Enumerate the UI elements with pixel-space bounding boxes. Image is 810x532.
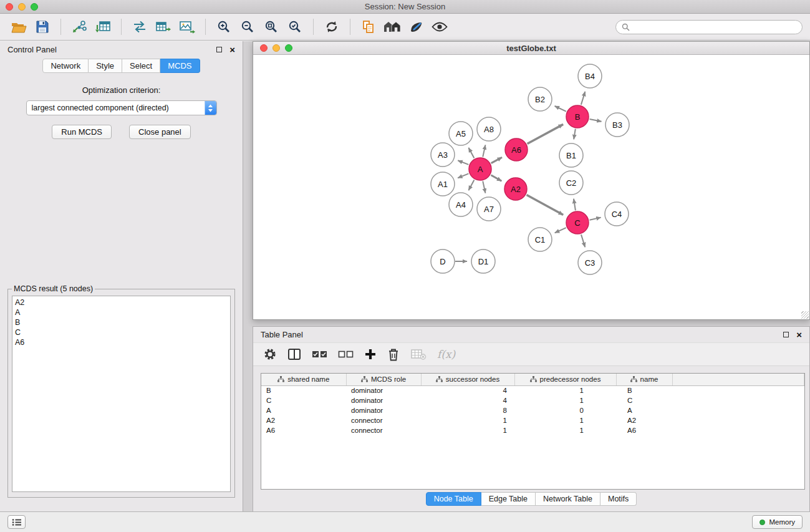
graph-node-D1[interactable]: D1 [471,249,495,273]
zoom-out-button[interactable] [236,16,259,38]
add-row-button[interactable] [364,348,377,360]
graph-node-B3[interactable]: B3 [605,113,629,137]
close-network-window-button[interactable] [260,44,268,52]
fullscreen-window-button[interactable] [31,3,38,11]
zoom-selected-button[interactable] [284,16,306,38]
zoom-network-window-button[interactable] [285,44,292,52]
graph-node-A1[interactable]: A1 [431,172,455,196]
tab-network-table[interactable]: Network Table [536,492,600,506]
graph-edge-A-A2[interactable] [491,175,501,181]
float-table-panel-icon[interactable] [783,332,789,337]
graph-edge-B-B4[interactable] [581,92,585,105]
tab-mcds[interactable]: MCDS [160,59,200,73]
graph-edge-C-C2[interactable] [574,199,576,211]
column-header-shared-name[interactable]: shared name [261,374,346,385]
tab-edge-table[interactable]: Edge Table [481,492,536,506]
graph-edge-A6-B[interactable] [528,124,564,143]
zoom-in-button[interactable] [213,16,235,38]
unselect-all-button[interactable] [338,350,354,359]
show-panels-button[interactable] [7,515,26,529]
graph-node-C4[interactable]: C4 [605,202,629,226]
graph-edge-A-A5[interactable] [468,148,474,158]
graph-edge-B-B2[interactable] [555,106,566,112]
export-network-button[interactable] [128,16,151,38]
result-item-c[interactable]: C [15,327,228,337]
network-graph[interactable]: AA1A2A3A4A5A6A7A8BB1B2B3B4CC1C2C3C4DD1 [253,55,809,319]
graph-node-A4[interactable]: A4 [449,193,473,216]
graph-edge-A-A3[interactable] [458,160,468,165]
function-builder-button[interactable]: f(x) [437,348,455,360]
graph-edge-C-C1[interactable] [555,228,566,233]
mcds-result-list[interactable]: A2ABCA6 [12,296,231,492]
graph-node-A2[interactable]: A2 [504,178,527,200]
copy-button[interactable] [357,16,380,38]
table-row-a2[interactable]: A2connector11A2 [261,415,804,425]
import-network-button[interactable] [68,16,90,38]
close-table-panel-icon[interactable]: × [796,330,802,339]
close-panel-button[interactable]: Close panel [129,125,191,139]
tab-style[interactable]: Style [89,59,122,73]
import-table-button[interactable] [92,16,114,38]
result-item-a[interactable]: A [15,307,228,317]
table-row-a[interactable]: Adominator80A [261,405,804,415]
graph-edge-A-A1[interactable] [458,173,468,178]
close-window-button[interactable] [6,3,13,11]
show-hide-button[interactable] [428,16,451,38]
graph-node-C3[interactable]: C3 [578,251,602,274]
memory-button[interactable]: Memory [752,515,803,529]
graph-edge-B-B3[interactable] [590,119,602,122]
column-header-predecessor-nodes[interactable]: predecessor nodes [514,374,616,385]
close-panel-icon[interactable]: × [229,45,235,54]
graph-node-D[interactable]: D [431,249,455,273]
graph-edge-A-A7[interactable] [483,181,485,193]
result-item-a6[interactable]: A6 [15,337,228,347]
annotation-pen-button[interactable] [405,16,427,38]
export-image-button[interactable] [176,16,198,38]
network-canvas[interactable]: AA1A2A3A4A5A6A7A8BB1B2B3B4CC1C2C3C4DD1 [253,55,809,319]
graph-edge-A-A4[interactable] [468,180,474,191]
result-item-a2[interactable]: A2 [15,297,228,307]
criterion-dropdown[interactable]: largest connected component (directed) [26,100,217,115]
tab-motifs[interactable]: Motifs [600,492,637,506]
open-session-button[interactable] [7,16,30,38]
export-table-button[interactable] [152,16,175,38]
graph-node-B4[interactable]: B4 [578,64,602,88]
run-mcds-button[interactable]: Run MCDS [52,125,112,139]
table-row-a6[interactable]: A6connector11A6 [261,425,804,435]
graph-edge-B-B1[interactable] [574,129,576,140]
graph-node-A[interactable]: A [469,158,491,180]
graph-edge-A-A8[interactable] [483,145,485,157]
table-row-c[interactable]: Cdominator41C [261,395,804,405]
tab-select[interactable]: Select [122,59,160,73]
column-header-MCDS-role[interactable]: MCDS role [346,374,421,385]
table-settings-button[interactable] [263,347,277,361]
result-item-b[interactable]: B [15,317,228,327]
graph-node-A6[interactable]: A6 [505,138,528,161]
apply-layout-button[interactable] [321,16,343,38]
delete-table-button[interactable] [410,348,427,360]
graph-edge-A-A6[interactable] [491,157,502,163]
graph-node-A7[interactable]: A7 [477,197,501,221]
show-columns-button[interactable] [287,348,301,360]
minimize-network-window-button[interactable] [272,44,280,52]
graph-edge-C-C3[interactable] [581,235,585,247]
graph-node-A3[interactable]: A3 [431,143,455,167]
select-all-button[interactable] [312,350,327,359]
graph-node-C1[interactable]: C1 [528,228,552,251]
graph-node-A8[interactable]: A8 [477,117,501,141]
graph-node-C2[interactable]: C2 [559,171,583,195]
zoom-fit-button[interactable] [260,16,282,38]
resize-gripper-icon[interactable] [801,311,809,319]
graph-node-B[interactable]: B [566,105,589,128]
graph-edge-C-C4[interactable] [590,218,601,220]
table-row-b[interactable]: Bdominator41B [261,385,804,395]
float-panel-icon[interactable] [216,47,222,52]
graph-node-C[interactable]: C [566,211,589,234]
graph-edge-A2-C[interactable] [527,195,564,215]
graph-node-B1[interactable]: B1 [559,143,583,167]
graph-node-A5[interactable]: A5 [449,122,473,145]
column-header-name[interactable]: name [616,374,672,385]
minimize-window-button[interactable] [18,3,26,11]
search-input[interactable] [634,22,796,32]
column-header-successor-nodes[interactable]: successor nodes [421,374,514,385]
